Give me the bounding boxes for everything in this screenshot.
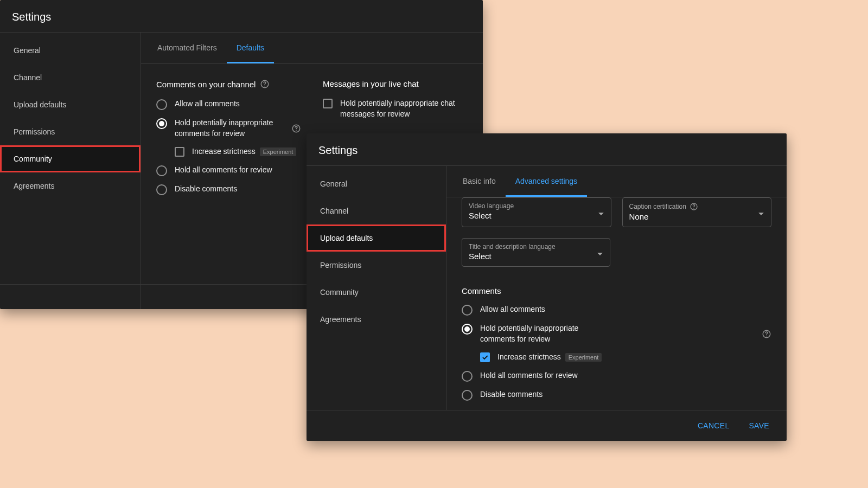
radio-label: Disable comments <box>175 184 237 195</box>
radio-allow-all-comments[interactable]: Allow all comments <box>462 304 771 316</box>
radio-disable-comments[interactable]: Disable comments <box>156 184 301 195</box>
sidebar-item-community[interactable]: Community <box>307 279 446 306</box>
tab-advanced-settings[interactable]: Advanced settings <box>506 166 587 197</box>
radio-icon <box>462 390 473 401</box>
settings-content: Basic info Advanced settings Video langu… <box>446 166 787 410</box>
svg-point-7 <box>766 336 767 337</box>
radio-icon <box>156 118 167 129</box>
radio-allow-all-comments[interactable]: Allow all comments <box>156 99 301 110</box>
tab-basic-info[interactable]: Basic info <box>453 166 506 197</box>
select-video-language[interactable]: Video language Select <box>462 197 611 227</box>
sidebar-item-general[interactable]: General <box>0 37 141 64</box>
radio-label: Hold potentially inappropriate comments … <box>480 323 589 344</box>
dialog-footer: CANCEL SAVE <box>307 410 787 441</box>
settings-sidebar: General Channel Upload defaults Permissi… <box>0 33 141 309</box>
checkbox-label: Increase strictnessExperiment <box>497 352 602 363</box>
checkbox-icon <box>323 99 333 108</box>
comments-section-title: Comments on your channel <box>156 79 301 89</box>
select-title-description-language[interactable]: Title and description language Select <box>462 238 610 267</box>
comments-section-label: Comments on your channel <box>156 80 256 89</box>
sidebar-item-channel[interactable]: Channel <box>307 197 446 224</box>
content-tabs: Basic info Advanced settings <box>446 166 787 197</box>
radio-disable-comments[interactable]: Disable comments <box>462 389 771 401</box>
checkbox-label: Hold potentially inappropriate chat mess… <box>340 98 465 119</box>
radio-label: Disable comments <box>480 389 542 400</box>
help-icon[interactable] <box>690 202 698 211</box>
checkbox-icon <box>480 352 490 362</box>
sidebar-item-general[interactable]: General <box>307 170 446 197</box>
radio-label: Hold all comments for review <box>480 370 578 381</box>
settings-sidebar: General Channel Upload defaults Permissi… <box>307 166 446 410</box>
comments-column: Comments on your channel Allow all comme… <box>156 79 301 203</box>
sidebar-item-channel[interactable]: Channel <box>0 64 141 91</box>
radio-hold-all-comments[interactable]: Hold all comments for review <box>156 165 301 176</box>
tab-automated-filters[interactable]: Automated Filters <box>148 33 227 63</box>
sidebar-item-permissions[interactable]: Permissions <box>0 118 141 145</box>
radio-icon <box>462 324 473 335</box>
radio-label: Hold potentially inappropriate comments … <box>175 118 283 139</box>
svg-point-3 <box>296 130 297 131</box>
radio-hold-inappropriate[interactable]: Hold potentially inappropriate comments … <box>462 323 756 344</box>
dialog-title: Settings <box>307 133 787 165</box>
sidebar-item-upload-defaults[interactable]: Upload defaults <box>0 91 141 118</box>
checkbox-increase-strictness[interactable]: Increase strictnessExperiment <box>175 146 301 157</box>
settings-dialog-upload-defaults: Settings General Channel Upload defaults… <box>307 133 787 441</box>
select-value: Select <box>469 211 604 220</box>
svg-point-5 <box>693 208 694 209</box>
sidebar-item-agreements[interactable]: Agreements <box>0 172 141 200</box>
radio-icon <box>462 305 473 316</box>
sidebar-item-permissions[interactable]: Permissions <box>307 252 446 279</box>
radio-hold-inappropriate[interactable]: Hold potentially inappropriate comments … <box>156 118 286 139</box>
svg-point-1 <box>265 86 266 87</box>
radio-label: Allow all comments <box>175 99 240 110</box>
checkbox-icon <box>175 147 184 157</box>
checkbox-hold-chat[interactable]: Hold potentially inappropriate chat mess… <box>323 98 468 119</box>
comments-section: Comments Allow all comments Hold potenti… <box>446 275 787 410</box>
content-tabs: Automated Filters Defaults <box>141 33 483 64</box>
checkbox-label: Increase strictnessExperiment <box>192 146 296 157</box>
sidebar-item-agreements[interactable]: Agreements <box>307 306 446 333</box>
radio-icon <box>462 371 473 382</box>
radio-label: Allow all comments <box>480 304 545 315</box>
comments-section-title: Comments <box>462 286 771 296</box>
help-icon[interactable] <box>260 79 270 89</box>
tab-defaults[interactable]: Defaults <box>227 33 274 63</box>
chevron-down-icon <box>598 209 604 219</box>
dialog-title: Settings <box>0 0 483 32</box>
livechat-section-title: Messages in your live chat <box>323 79 468 88</box>
radio-icon <box>156 184 167 195</box>
sidebar-item-community[interactable]: Community <box>0 145 141 172</box>
select-label: Video language <box>469 202 604 210</box>
save-button[interactable]: SAVE <box>741 417 777 434</box>
experiment-badge: Experiment <box>260 147 297 156</box>
radio-icon <box>156 99 167 110</box>
help-icon[interactable] <box>291 124 301 133</box>
sidebar-item-upload-defaults[interactable]: Upload defaults <box>307 224 446 252</box>
chevron-down-icon <box>758 209 764 219</box>
chevron-down-icon <box>597 249 603 259</box>
checkbox-increase-strictness[interactable]: Increase strictnessExperiment <box>480 352 771 363</box>
select-value: None <box>629 212 765 221</box>
experiment-badge: Experiment <box>565 353 602 362</box>
radio-icon <box>156 165 167 176</box>
select-label: Caption certification <box>629 202 765 211</box>
cancel-button[interactable]: CANCEL <box>690 417 737 434</box>
select-caption-certification[interactable]: Caption certification None <box>622 197 772 227</box>
radio-label: Hold all comments for review <box>175 165 272 176</box>
select-label: Title and description language <box>469 243 603 251</box>
radio-hold-all-comments[interactable]: Hold all comments for review <box>462 370 771 382</box>
help-icon[interactable] <box>762 329 771 339</box>
select-value: Select <box>469 252 603 261</box>
